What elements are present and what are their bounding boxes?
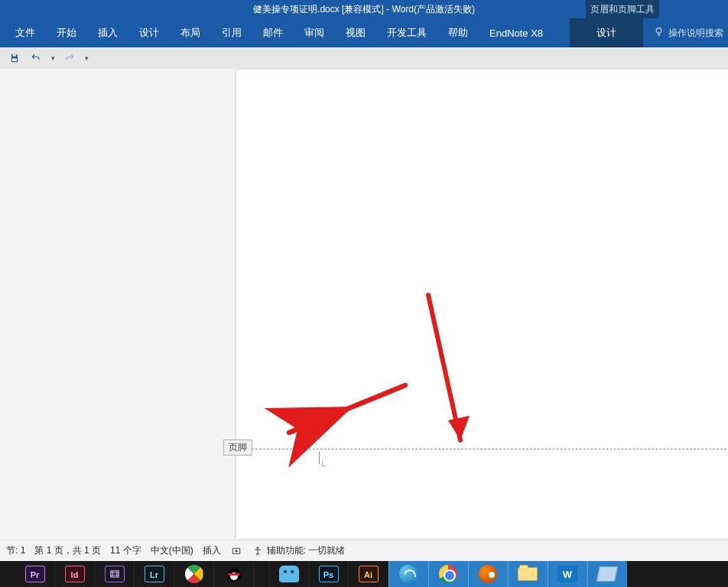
svg-rect-2 (12, 59, 17, 62)
note-icon (596, 566, 618, 582)
tab-view[interactable]: 视图 (335, 18, 376, 47)
svg-rect-11 (110, 571, 119, 577)
swirl-icon (399, 565, 418, 583)
save-button[interactable] (6, 50, 23, 66)
save-icon (9, 53, 20, 63)
macro-record-icon[interactable] (230, 545, 242, 557)
taskbar-app-browser-fox[interactable] (468, 561, 508, 587)
taskbar: Pr Id Lr Ps Ai W (0, 561, 728, 587)
svg-point-0 (656, 28, 661, 34)
status-bar: 节: 1 第 1 页，共 1 页 11 个字 中文(中国) 插入 辅助功能: 一… (0, 540, 728, 561)
tab-header-footer-design[interactable]: 设计 (570, 18, 643, 47)
tab-mailings[interactable]: 邮件 (252, 18, 294, 47)
status-word-count[interactable]: 11 个字 (110, 544, 141, 557)
undo-dropdown[interactable]: ▾ (49, 54, 57, 62)
taskbar-app-explorer[interactable] (508, 561, 548, 587)
svg-point-9 (236, 550, 237, 551)
tab-layout[interactable]: 布局 (170, 18, 211, 47)
context-tools-label: 页眉和页脚工具 (586, 0, 659, 18)
taskbar-app-premiere[interactable]: Pr (15, 561, 55, 587)
undo-button[interactable] (28, 50, 44, 66)
taskbar-app-beachball[interactable] (174, 561, 214, 587)
status-page[interactable]: 第 1 页，共 1 页 (34, 544, 101, 557)
status-language[interactable]: 中文(中国) (151, 544, 193, 557)
tell-me-search[interactable]: 操作说明搜索 (654, 27, 723, 40)
tab-insert[interactable]: 插入 (87, 18, 128, 47)
blue-mascot-icon (279, 566, 299, 582)
lightroom-icon: Lr (145, 566, 164, 582)
tell-me-label: 操作说明搜索 (668, 27, 723, 40)
taskbar-app-illustrator[interactable]: Ai (349, 561, 388, 587)
accessibility-icon (252, 545, 264, 557)
indesign-icon: Id (65, 566, 85, 582)
tab-review[interactable]: 审阅 (294, 18, 335, 47)
status-insert-mode[interactable]: 插入 (203, 544, 221, 557)
redo-button[interactable] (61, 50, 78, 66)
taskbar-app-notes[interactable] (587, 561, 627, 587)
taskbar-app-indesign[interactable]: Id (55, 561, 95, 587)
chrome-icon (439, 565, 457, 583)
document-area[interactable]: 页脚 (0, 69, 728, 538)
fox-browser-icon (479, 565, 497, 583)
status-accessibility-label: 辅助功能: 一切就绪 (267, 544, 346, 557)
photoshop-icon: Ps (319, 566, 339, 582)
svg-point-10 (257, 546, 258, 548)
taskbar-app-wps[interactable]: W (548, 561, 587, 587)
taskbar-app-lightroom[interactable]: Lr (135, 561, 174, 587)
taskbar-app-chrome[interactable] (428, 561, 468, 587)
taskbar-app-media-encoder[interactable] (95, 561, 135, 587)
lightbulb-icon (654, 27, 664, 39)
redo-icon (64, 53, 75, 63)
footer-tag[interactable]: 页脚 (223, 439, 252, 456)
svg-rect-1 (13, 54, 16, 57)
taskbar-app-qq[interactable] (214, 561, 254, 587)
tab-home[interactable]: 开始 (46, 18, 87, 47)
premiere-icon: Pr (25, 566, 45, 582)
page[interactable]: 页脚 (236, 69, 728, 538)
tab-references[interactable]: 引用 (211, 18, 252, 47)
media-encoder-icon (105, 566, 125, 582)
tab-design[interactable]: 设计 (128, 18, 170, 47)
status-accessibility[interactable]: 辅助功能: 一切就绪 (252, 544, 346, 557)
beachball-icon (185, 565, 203, 583)
tab-help[interactable]: 帮助 (437, 18, 479, 47)
wps-icon: W (557, 566, 577, 582)
status-section[interactable]: 节: 1 (6, 544, 25, 557)
folder-icon (518, 567, 538, 581)
footer-boundary-line (236, 449, 728, 449)
taskbar-app-photoshop[interactable]: Ps (309, 561, 349, 587)
qat-customize-dropdown[interactable]: ▾ (83, 54, 90, 62)
illustrator-icon: Ai (359, 566, 379, 582)
text-cursor (319, 452, 323, 464)
tab-file[interactable]: 文件 (5, 18, 46, 47)
title-bar: 健美操专项证明.docx [兼容模式] - Word(产品激活失败) 页眉和页脚… (0, 0, 728, 18)
taskbar-app-swirl[interactable] (388, 561, 428, 587)
tab-developer[interactable]: 开发工具 (376, 18, 437, 47)
quick-access-toolbar: ▾ ▾ (0, 47, 728, 69)
ribbon-tabs: 文件 开始 插入 设计 布局 引用 邮件 审阅 视图 开发工具 帮助 EndNo… (0, 18, 728, 47)
undo-icon (31, 53, 41, 63)
qq-icon (225, 565, 243, 583)
taskbar-app-blue-mascot[interactable] (269, 561, 309, 587)
tab-endnote[interactable]: EndNote X8 (479, 18, 554, 47)
window-title: 健美操专项证明.docx [兼容模式] - Word(产品激活失败) (253, 3, 475, 16)
